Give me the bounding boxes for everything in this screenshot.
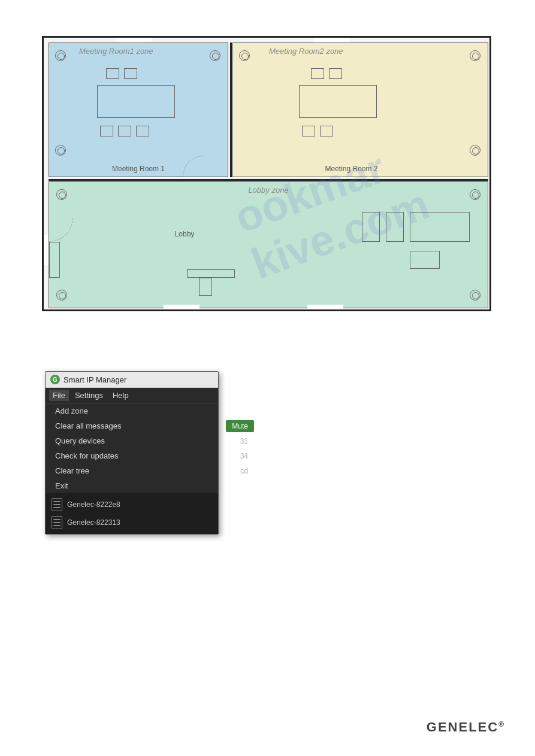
- door-arc-left: [49, 218, 73, 242]
- desk-top: [187, 269, 235, 278]
- chair: [311, 68, 324, 79]
- speaker-icon: [56, 189, 67, 200]
- speaker-icon: [55, 145, 66, 156]
- device-icon: [52, 498, 62, 511]
- sim-device-list: Genelec-8222e8 Genelec-822313: [46, 493, 218, 534]
- device-row-1[interactable]: Genelec-8222e8: [46, 496, 218, 514]
- device-icon: [52, 516, 62, 529]
- genelec-g-icon: G: [50, 375, 60, 384]
- sim-file-dropdown: Add zone Clear all messages Mute Query d…: [46, 403, 218, 493]
- table: [299, 85, 377, 118]
- door-gap: [313, 38, 349, 42]
- room-mr2-label: Meeting Room 2: [233, 165, 470, 173]
- device-row-2[interactable]: Genelec-822313: [46, 514, 218, 532]
- zone-lobby-label: Lobby zone: [49, 186, 488, 195]
- menu-item-check-updates[interactable]: Check for updates 34: [46, 448, 218, 463]
- zone-meeting-room-2: Meeting Room2 zone Meeting Room 2: [232, 42, 488, 177]
- partial-val-1: 31: [240, 437, 248, 445]
- sim-menubar: File Settings Help: [46, 388, 218, 403]
- menu-file[interactable]: File: [49, 390, 69, 401]
- chair: [329, 68, 342, 79]
- menu-item-clear-messages[interactable]: Clear all messages Mute: [46, 418, 218, 433]
- device-icon-line: [53, 522, 61, 523]
- speaker-icon: [470, 189, 480, 200]
- table: [97, 85, 175, 118]
- speaker-icon: [470, 145, 480, 156]
- door-gap: [307, 305, 343, 309]
- room-lobby-label: Lobby: [49, 230, 320, 238]
- sim-title: Smart IP Manager: [64, 375, 126, 384]
- device-name-1: Genelec-8222e8: [67, 500, 120, 509]
- door-gap: [164, 305, 200, 309]
- zone-mr2-label: Meeting Room2 zone: [269, 47, 343, 56]
- chair: [302, 126, 315, 136]
- coffee-table: [410, 251, 440, 269]
- chair: [320, 126, 333, 136]
- speaker-icon: [239, 50, 250, 61]
- chair: [100, 126, 113, 136]
- device-icon-line: [53, 525, 61, 526]
- divider-vertical: [230, 42, 232, 177]
- wall-unit: [49, 242, 60, 278]
- door-gap: [116, 38, 152, 42]
- partial-val-2: 34: [240, 452, 248, 460]
- divider-horizontal: [49, 179, 488, 181]
- desk-front: [199, 278, 212, 296]
- door-gap: [44, 235, 49, 265]
- chair: [118, 126, 131, 136]
- floorplan: Meeting Room1 zone Meeting Room 1 Meetin…: [42, 36, 491, 311]
- chair: [136, 126, 149, 136]
- partial-val-3: cd: [240, 467, 248, 475]
- speaker-icon: [470, 50, 480, 61]
- device-icon-line: [53, 501, 61, 502]
- sim-titlebar: G Smart IP Manager: [46, 372, 218, 388]
- menu-item-query-devices[interactable]: Query devices 31: [46, 433, 218, 448]
- mute-button[interactable]: Mute: [226, 420, 254, 432]
- device-icon-line: [53, 519, 61, 520]
- speaker-icon: [55, 50, 66, 61]
- door-arc: [183, 156, 204, 177]
- chair-single-2: [362, 212, 380, 242]
- chair-single: [386, 212, 404, 242]
- floorplan-outer: Meeting Room1 zone Meeting Room 1 Meetin…: [42, 36, 491, 311]
- menu-item-clear-tree[interactable]: Clear tree cd: [46, 463, 218, 478]
- device-icon-line: [53, 507, 61, 508]
- genelec-brand-logo: GENELEC®: [427, 719, 505, 735]
- menu-settings[interactable]: Settings: [71, 390, 107, 401]
- chair: [106, 68, 119, 79]
- zone-mr1-label: Meeting Room1 zone: [79, 47, 153, 56]
- device-icon-line: [53, 504, 61, 505]
- menu-item-add-zone[interactable]: Add zone: [46, 403, 218, 418]
- speaker-icon: [470, 290, 480, 300]
- zone-meeting-room-1: Meeting Room1 zone Meeting Room 1: [49, 42, 228, 177]
- speaker-icon: [210, 50, 220, 61]
- zone-lobby: Lobby zone Lobby: [49, 181, 488, 308]
- menu-help[interactable]: Help: [109, 390, 132, 401]
- speaker-icon: [56, 290, 67, 300]
- chair: [124, 68, 137, 79]
- sofa: [410, 212, 470, 242]
- menu-item-exit[interactable]: Exit: [46, 478, 218, 493]
- device-name-2: Genelec-822313: [67, 518, 120, 527]
- sim-window: G Smart IP Manager File Settings Help Ad…: [45, 371, 219, 535]
